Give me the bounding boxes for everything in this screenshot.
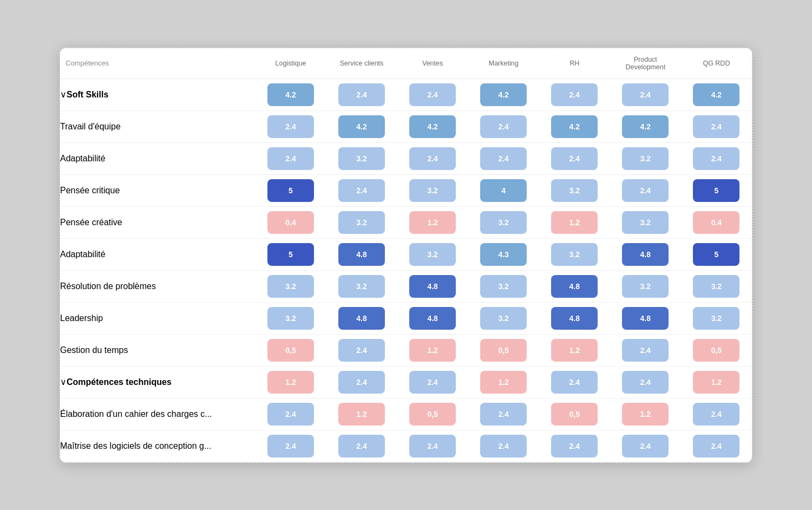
header-col-5: ProductDevelopment bbox=[610, 48, 681, 79]
child-cell-1-0-1: 1.2 bbox=[326, 398, 397, 430]
child-cell-1-1-6: 2.4 bbox=[681, 430, 752, 462]
child-cell-0-0-6: 2.4 bbox=[681, 110, 752, 142]
child-cell-0-2-0: 5 bbox=[255, 174, 326, 206]
child-cell-0-7-1: 2.4 bbox=[326, 334, 397, 366]
child-row-0-4: Adaptabilité54.83.24.33.24.85 bbox=[60, 238, 752, 270]
child-label-0-1: Adaptabilité bbox=[60, 142, 255, 174]
group-label-0: ∨Soft Skills bbox=[60, 79, 255, 110]
child-cell-0-1-3: 2.4 bbox=[468, 142, 539, 174]
child-cell-0-1-4: 2.4 bbox=[539, 142, 610, 174]
child-cell-0-7-2: 1.2 bbox=[397, 334, 468, 366]
child-cell-1-0-0: 2.4 bbox=[255, 398, 326, 430]
header-col-1: Service clients bbox=[326, 48, 397, 79]
child-cell-0-6-4: 4.8 bbox=[539, 302, 610, 334]
child-cell-0-3-1: 3.2 bbox=[326, 206, 397, 238]
child-cell-0-5-3: 3.2 bbox=[468, 270, 539, 302]
group-cell-0-3: 4.2 bbox=[468, 79, 539, 110]
child-cell-0-2-1: 2.4 bbox=[326, 174, 397, 206]
child-cell-0-6-2: 4.8 bbox=[397, 302, 468, 334]
child-cell-1-0-2: 0,5 bbox=[397, 398, 468, 430]
child-cell-0-5-6: 3.2 bbox=[681, 270, 752, 302]
child-cell-0-6-5: 4.8 bbox=[610, 302, 681, 334]
table-wrapper: Compétences LogistiqueService clientsVen… bbox=[60, 48, 752, 462]
child-cell-0-2-4: 3.2 bbox=[539, 174, 610, 206]
child-row-1-0: Élaboration d'un cahier des charges c...… bbox=[60, 398, 752, 430]
child-cell-0-1-0: 2.4 bbox=[255, 142, 326, 174]
header-col-3: Marketing bbox=[468, 48, 539, 79]
group-cell-1-4: 2.4 bbox=[539, 366, 610, 398]
child-cell-0-5-2: 4.8 bbox=[397, 270, 468, 302]
group-cell-1-6: 1.2 bbox=[681, 366, 752, 398]
child-cell-0-6-1: 4.8 bbox=[326, 302, 397, 334]
child-cell-1-0-6: 2.4 bbox=[681, 398, 752, 430]
child-cell-0-7-5: 2.4 bbox=[610, 334, 681, 366]
child-cell-0-2-2: 3.2 bbox=[397, 174, 468, 206]
child-cell-1-1-4: 2.4 bbox=[539, 430, 610, 462]
group-cell-0-1: 2.4 bbox=[326, 79, 397, 110]
table-header-row: Compétences LogistiqueService clientsVen… bbox=[60, 48, 752, 79]
child-cell-0-4-5: 4.8 bbox=[610, 238, 681, 270]
child-cell-0-7-4: 1.2 bbox=[539, 334, 610, 366]
main-container: Compétences LogistiqueService clientsVen… bbox=[60, 48, 752, 463]
child-row-0-3: Pensée créative0.43.21.23.21.23.20.4 bbox=[60, 206, 752, 238]
child-label-0-6: Leadership bbox=[60, 302, 255, 334]
child-cell-0-0-3: 2.4 bbox=[468, 110, 539, 142]
child-cell-0-6-0: 3.2 bbox=[255, 302, 326, 334]
child-cell-0-0-2: 4.2 bbox=[397, 110, 468, 142]
child-label-0-2: Pensée critique bbox=[60, 174, 255, 206]
child-cell-0-0-5: 4.2 bbox=[610, 110, 681, 142]
child-label-1-1: Maîtrise des logiciels de conception g..… bbox=[60, 430, 255, 462]
child-cell-0-7-6: 0,5 bbox=[681, 334, 752, 366]
child-cell-0-3-3: 3.2 bbox=[468, 206, 539, 238]
child-cell-0-7-0: 0,5 bbox=[255, 334, 326, 366]
child-label-0-5: Résolution de problèmes bbox=[60, 270, 255, 302]
header-competences: Compétences bbox=[60, 48, 255, 79]
child-cell-1-1-3: 2.4 bbox=[468, 430, 539, 462]
child-cell-0-5-4: 4.8 bbox=[539, 270, 610, 302]
child-cell-1-1-5: 2.4 bbox=[610, 430, 681, 462]
child-cell-0-4-2: 3.2 bbox=[397, 238, 468, 270]
child-row-0-1: Adaptabilité2.43.22.42.42.43.22.4 bbox=[60, 142, 752, 174]
child-label-0-0: Travail d'équipe bbox=[60, 110, 255, 142]
child-row-0-7: Gestion du temps0,52.41.20,51.22.40,5 bbox=[60, 334, 752, 366]
group-row-0[interactable]: ∨Soft Skills4.22.42.44.22.42.44.2 bbox=[60, 79, 752, 110]
child-cell-0-5-1: 3.2 bbox=[326, 270, 397, 302]
child-cell-0-2-5: 2.4 bbox=[610, 174, 681, 206]
child-cell-0-0-4: 4.2 bbox=[539, 110, 610, 142]
child-cell-0-1-6: 2.4 bbox=[681, 142, 752, 174]
child-cell-0-1-2: 2.4 bbox=[397, 142, 468, 174]
child-label-0-3: Pensée créative bbox=[60, 206, 255, 238]
group-cell-0-0: 4.2 bbox=[255, 79, 326, 110]
child-cell-1-1-1: 2.4 bbox=[326, 430, 397, 462]
group-cell-0-2: 2.4 bbox=[397, 79, 468, 110]
child-label-1-0: Élaboration d'un cahier des charges c... bbox=[60, 398, 255, 430]
group-label-1: ∨Compétences techniques bbox=[60, 366, 255, 398]
child-row-0-2: Pensée critique52.43.243.22.45 bbox=[60, 174, 752, 206]
header-col-2: Ventes bbox=[397, 48, 468, 79]
child-cell-0-7-3: 0,5 bbox=[468, 334, 539, 366]
competences-table: Compétences LogistiqueService clientsVen… bbox=[60, 48, 752, 462]
child-cell-0-1-5: 3.2 bbox=[610, 142, 681, 174]
child-cell-0-2-6: 5 bbox=[681, 174, 752, 206]
child-cell-0-0-1: 4.2 bbox=[326, 110, 397, 142]
group-cell-1-5: 2.4 bbox=[610, 366, 681, 398]
child-cell-0-3-2: 1.2 bbox=[397, 206, 468, 238]
child-cell-1-0-3: 2.4 bbox=[468, 398, 539, 430]
group-row-1[interactable]: ∨Compétences techniques1.22.42.41.22.42.… bbox=[60, 366, 752, 398]
group-cell-0-6: 4.2 bbox=[681, 79, 752, 110]
child-row-0-5: Résolution de problèmes3.23.24.83.24.83.… bbox=[60, 270, 752, 302]
child-cell-0-3-0: 0.4 bbox=[255, 206, 326, 238]
child-cell-0-2-3: 4 bbox=[468, 174, 539, 206]
child-label-0-7: Gestion du temps bbox=[60, 334, 255, 366]
child-cell-0-4-0: 5 bbox=[255, 238, 326, 270]
child-cell-0-0-0: 2.4 bbox=[255, 110, 326, 142]
child-label-0-4: Adaptabilité bbox=[60, 238, 255, 270]
child-cell-0-3-5: 3.2 bbox=[610, 206, 681, 238]
child-cell-1-1-2: 2.4 bbox=[397, 430, 468, 462]
child-cell-0-4-1: 4.8 bbox=[326, 238, 397, 270]
child-cell-1-1-0: 2.4 bbox=[255, 430, 326, 462]
group-cell-1-0: 1.2 bbox=[255, 366, 326, 398]
group-cell-1-3: 1.2 bbox=[468, 366, 539, 398]
child-row-1-1: Maîtrise des logiciels de conception g..… bbox=[60, 430, 752, 462]
header-col-4: RH bbox=[539, 48, 610, 79]
